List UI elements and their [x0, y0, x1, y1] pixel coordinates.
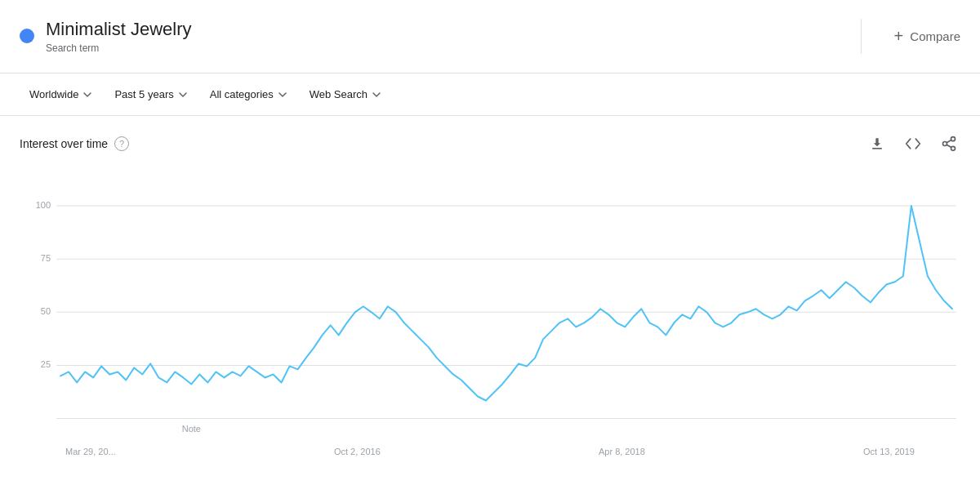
filters-bar: Worldwide Past 5 years All categories We… [0, 73, 980, 116]
svg-text:50: 50 [41, 306, 51, 316]
svg-text:100: 100 [36, 200, 51, 210]
compare-plus-icon: + [894, 27, 904, 46]
download-button[interactable] [866, 132, 889, 155]
svg-point-1 [943, 142, 947, 146]
x-label-1: Mar 29, 20... [65, 447, 116, 456]
search-term-section: Minimalist Jewelry Search term [20, 19, 862, 53]
x-label-3: Apr 8, 2018 [599, 447, 645, 456]
header: Minimalist Jewelry Search term + Compare [0, 0, 980, 73]
location-filter[interactable]: Worldwide [20, 83, 101, 105]
chart-section: Interest over time ? [0, 116, 980, 456]
svg-point-0 [951, 137, 956, 141]
x-axis-labels: Mar 29, 20... Oct 2, 2016 Apr 8, 2018 Oc… [20, 442, 960, 456]
svg-text:25: 25 [41, 359, 51, 369]
svg-point-2 [951, 146, 956, 150]
search-type-filter[interactable]: Web Search [300, 83, 390, 105]
time-range-filter[interactable]: Past 5 years [105, 83, 196, 105]
x-label-2: Oct 2, 2016 [334, 447, 381, 456]
embed-icon [905, 136, 921, 152]
chevron-down-icon [83, 91, 91, 99]
help-icon[interactable]: ? [114, 136, 129, 151]
x-label-4: Oct 13, 2019 [863, 447, 915, 456]
category-filter[interactable]: All categories [200, 83, 296, 105]
interest-over-time-chart: 100 75 50 25 Note [20, 163, 960, 442]
svg-text:Note: Note [182, 424, 201, 434]
search-term-text: Minimalist Jewelry Search term [46, 19, 191, 53]
svg-text:75: 75 [41, 253, 51, 263]
search-term-dot [20, 29, 34, 43]
category-label: All categories [210, 88, 274, 100]
chevron-down-icon [179, 91, 187, 99]
time-range-label: Past 5 years [114, 88, 173, 100]
share-icon [941, 136, 957, 152]
chevron-down-icon [372, 91, 381, 99]
search-term-subtitle: Search term [46, 42, 191, 54]
chart-title-group: Interest over time ? [20, 136, 129, 151]
location-label: Worldwide [29, 88, 78, 100]
chart-actions [866, 132, 960, 155]
search-type-label: Web Search [310, 88, 368, 100]
search-term-title: Minimalist Jewelry [46, 19, 191, 40]
compare-label: Compare [910, 29, 960, 43]
share-button[interactable] [938, 132, 960, 155]
chart-wrapper: 100 75 50 25 Note Mar 29, 20... Oct 2, 2… [20, 163, 960, 456]
compare-section[interactable]: + Compare [862, 27, 960, 46]
embed-button[interactable] [902, 132, 924, 155]
chart-title: Interest over time [20, 137, 108, 150]
chart-header: Interest over time ? [20, 132, 960, 155]
download-icon [869, 136, 885, 152]
chevron-down-icon [278, 91, 287, 99]
